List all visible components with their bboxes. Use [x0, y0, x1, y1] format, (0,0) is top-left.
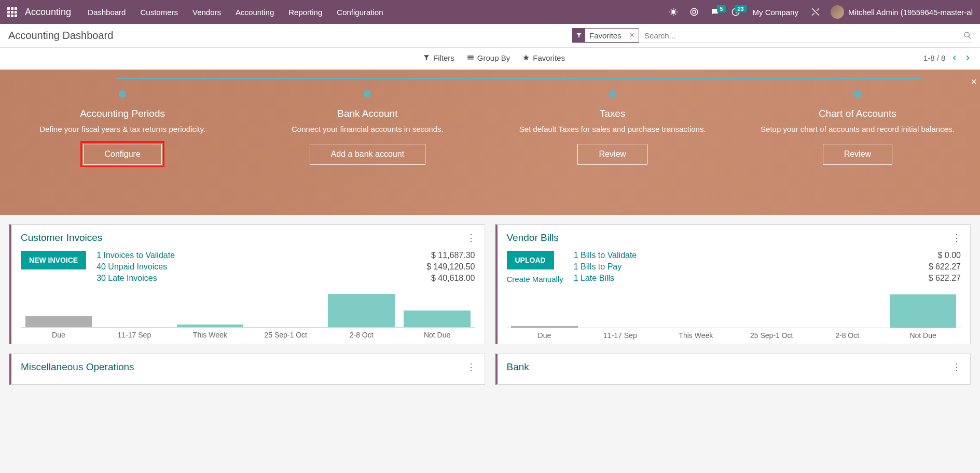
search-icon[interactable]: [963, 31, 972, 39]
bar: [328, 294, 394, 327]
favorites-button[interactable]: Favorites: [522, 53, 565, 62]
nav-customers[interactable]: Customers: [133, 0, 185, 24]
step-button[interactable]: Configure: [83, 144, 161, 165]
new-invoice-button[interactable]: NEW INVOICE: [21, 251, 86, 269]
card-misc-operations: Miscellaneous Operations ⋮: [9, 354, 485, 385]
stat-label[interactable]: 30 Late Invoices: [96, 274, 157, 283]
bar-column: [172, 291, 248, 327]
stat-value: $ 149,120.50: [426, 262, 475, 272]
user-menu[interactable]: Mitchell Admin (19559645-master-al: [827, 5, 976, 19]
nav-accounting[interactable]: Accounting: [228, 0, 281, 24]
step-dot: [364, 90, 371, 98]
support-icon[interactable]: [685, 3, 703, 21]
upload-button[interactable]: UPLOAD: [507, 251, 554, 269]
onboarding-hero: × Accounting Periods Define your fiscal …: [0, 70, 980, 215]
stat-label[interactable]: 40 Unpaid Invoices: [96, 262, 167, 272]
stat-label[interactable]: 1 Invoices to Validate: [96, 251, 175, 260]
bar-column: [96, 291, 172, 327]
bar: [890, 294, 956, 328]
bug-icon[interactable]: [665, 3, 682, 21]
card-title[interactable]: Vendor Bills: [507, 232, 559, 244]
filters-button[interactable]: Filters: [423, 53, 454, 62]
avatar: [831, 5, 844, 19]
chart-vendor-bills: [507, 292, 961, 328]
step-title: Taxes: [501, 108, 725, 119]
nav-vendors[interactable]: Vendors: [185, 0, 228, 24]
toolbar: Filters Group By Favorites 1-8 / 8 ‹ ›: [0, 48, 980, 70]
pager-prev[interactable]: ‹: [950, 51, 958, 64]
step-dot: [854, 90, 861, 98]
company-switcher[interactable]: My Company: [748, 8, 804, 17]
pager: 1-8 / 8 ‹ ›: [923, 51, 972, 64]
facet-remove[interactable]: ×: [626, 31, 639, 40]
stat-label[interactable]: 1 Bills to Validate: [574, 251, 637, 260]
nav-menu: Dashboard Customers Vendors Accounting R…: [80, 0, 390, 24]
svg-point-2: [693, 10, 696, 13]
kebab-icon[interactable]: ⋮: [466, 361, 475, 373]
step-title: Bank Account: [255, 108, 479, 119]
search-facet: Favorites ×: [572, 28, 639, 43]
stat-label[interactable]: 1 Late Bills: [574, 274, 614, 283]
bar: [25, 316, 92, 327]
card-title[interactable]: Customer Invoices: [21, 232, 102, 244]
kebab-icon[interactable]: ⋮: [466, 232, 475, 244]
chart-label: 2-8 Oct: [324, 331, 399, 339]
apps-icon[interactable]: [4, 4, 20, 20]
control-row: Accounting Dashboard Favorites ×: [0, 24, 980, 48]
bar-column: [507, 292, 583, 328]
activities-badge: 23: [735, 5, 746, 12]
card-title[interactable]: Miscellaneous Operations: [21, 361, 134, 373]
svg-point-1: [691, 8, 698, 16]
stat-row: 1 Bills to Validate$ 0.00: [574, 251, 961, 260]
bar: [404, 310, 470, 327]
bar-column: [658, 292, 734, 328]
bar-column: [734, 292, 809, 328]
stat-row: 1 Invoices to Validate$ 11,687.30: [96, 251, 475, 260]
app-name[interactable]: Accounting: [25, 7, 71, 18]
step-desc: Setup your chart of accounts and record …: [746, 124, 970, 134]
filter-icon: [573, 28, 585, 43]
stat-value: $ 40,618.00: [431, 274, 475, 283]
bar: [511, 326, 577, 328]
stat-label[interactable]: 1 Bills to Pay: [574, 262, 622, 272]
tools-icon[interactable]: [807, 3, 824, 21]
pager-next[interactable]: ›: [964, 51, 972, 64]
search-input[interactable]: [642, 29, 963, 42]
pager-text: 1-8 / 8: [923, 53, 946, 62]
search-bar[interactable]: Favorites ×: [572, 28, 972, 43]
stat-row: 30 Late Invoices$ 40,618.00: [96, 274, 475, 283]
kebab-icon[interactable]: ⋮: [952, 232, 961, 244]
stat-value: $ 622.27: [929, 274, 961, 283]
user-name: Mitchell Admin (19559645-master-al: [848, 8, 973, 17]
page-title: Accounting Dashboard: [8, 30, 113, 42]
activities-icon[interactable]: 23: [727, 3, 744, 21]
step-1: Bank Account Connect your financial acco…: [245, 90, 490, 165]
chart-label: This Week: [658, 331, 734, 340]
messages-icon[interactable]: 5: [706, 3, 724, 21]
step-button[interactable]: Add a bank account: [310, 144, 425, 165]
chart-label: 11-17 Sep: [96, 331, 172, 339]
create-manually-link[interactable]: Create Manually: [507, 275, 563, 283]
nav-configuration[interactable]: Configuration: [329, 0, 390, 24]
chart-customer-invoices: [21, 291, 475, 328]
card-vendor-bills: Vendor Bills ⋮ UPLOAD Create Manually 1 …: [495, 224, 971, 344]
chart-label: Not Due: [399, 331, 475, 339]
close-icon[interactable]: ×: [971, 76, 977, 88]
step-button[interactable]: Review: [577, 144, 647, 165]
step-3: Chart of Accounts Setup your chart of ac…: [735, 90, 980, 165]
step-dot: [609, 90, 616, 98]
groupby-button[interactable]: Group By: [467, 53, 510, 62]
bar-column: [885, 292, 961, 328]
step-button[interactable]: Review: [823, 144, 892, 165]
card-customer-invoices: Customer Invoices ⋮ NEW INVOICE 1 Invoic…: [9, 224, 485, 344]
messages-badge: 5: [717, 5, 725, 12]
step-dot: [119, 90, 126, 98]
card-title[interactable]: Bank: [507, 361, 529, 373]
bar-column: [248, 291, 324, 327]
nav-reporting[interactable]: Reporting: [281, 0, 329, 24]
kebab-icon[interactable]: ⋮: [952, 361, 961, 373]
chart-label: 25 Sep-1 Oct: [248, 331, 324, 339]
stat-value: $ 0.00: [938, 251, 961, 260]
svg-point-4: [964, 32, 969, 37]
nav-dashboard[interactable]: Dashboard: [80, 0, 133, 24]
